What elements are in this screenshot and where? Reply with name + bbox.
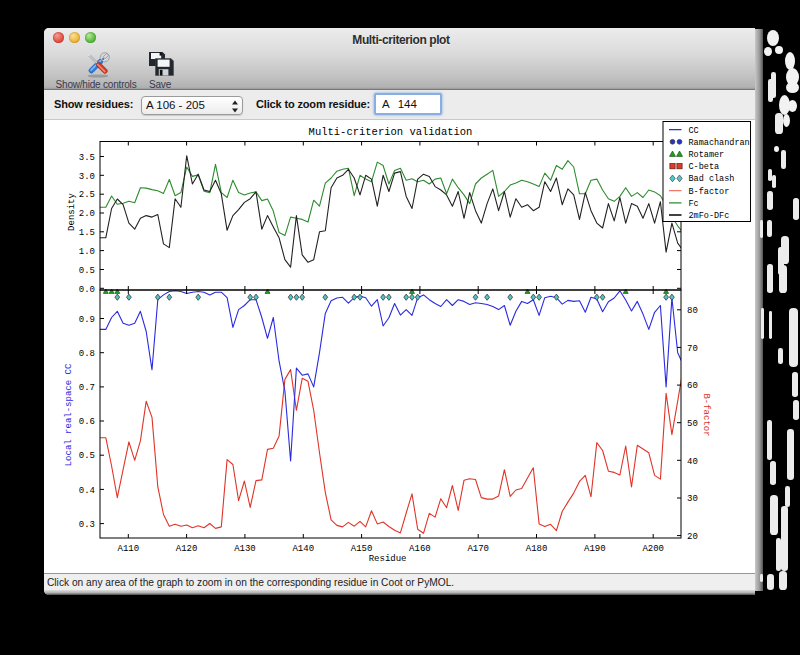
svg-text:0.0: 0.0 xyxy=(79,285,95,295)
svg-text:80: 80 xyxy=(687,306,698,316)
svg-text:0.5: 0.5 xyxy=(79,451,95,461)
svg-text:Multi-criterion validation: Multi-criterion validation xyxy=(309,126,473,138)
svg-text:A190: A190 xyxy=(584,544,606,554)
svg-text:A130: A130 xyxy=(234,544,256,554)
svg-text:B-factor: B-factor xyxy=(701,393,711,436)
svg-text:A180: A180 xyxy=(526,544,548,554)
svg-text:A110: A110 xyxy=(117,544,139,554)
svg-text:1.0: 1.0 xyxy=(79,247,95,257)
svg-text:0.9: 0.9 xyxy=(79,315,95,325)
svg-text:Ramachandran: Ramachandran xyxy=(689,138,750,148)
svg-text:60: 60 xyxy=(687,381,698,391)
svg-text:0.6: 0.6 xyxy=(79,417,95,427)
svg-text:30: 30 xyxy=(687,494,698,504)
svg-text:Rotamer: Rotamer xyxy=(689,150,725,160)
svg-text:B-factor: B-factor xyxy=(689,187,730,197)
svg-text:50: 50 xyxy=(687,419,698,429)
svg-text:70: 70 xyxy=(687,344,698,354)
svg-text:0.3: 0.3 xyxy=(79,520,95,530)
svg-text:0.4: 0.4 xyxy=(79,486,95,496)
svg-text:Fc: Fc xyxy=(689,199,699,209)
svg-text:2.0: 2.0 xyxy=(79,209,95,219)
svg-text:3.5: 3.5 xyxy=(79,153,95,163)
svg-text:Density: Density xyxy=(67,193,77,231)
svg-text:A120: A120 xyxy=(176,544,198,554)
svg-text:2mFo-DFc: 2mFo-DFc xyxy=(689,211,730,221)
svg-text:40: 40 xyxy=(687,457,698,467)
svg-text:CC: CC xyxy=(689,126,699,136)
svg-text:Local real-space CC: Local real-space CC xyxy=(64,363,74,466)
svg-text:A160: A160 xyxy=(409,544,431,554)
svg-text:0.7: 0.7 xyxy=(79,383,95,393)
svg-text:20: 20 xyxy=(687,532,698,542)
svg-text:1.5: 1.5 xyxy=(79,228,95,238)
svg-text:A170: A170 xyxy=(467,544,489,554)
svg-text:A150: A150 xyxy=(351,544,373,554)
svg-text:Residue: Residue xyxy=(369,554,407,564)
svg-text:2.5: 2.5 xyxy=(79,190,95,200)
svg-text:Bad clash: Bad clash xyxy=(689,174,735,184)
svg-text:A140: A140 xyxy=(292,544,314,554)
svg-text:0.8: 0.8 xyxy=(79,349,95,359)
svg-text:3.0: 3.0 xyxy=(79,172,95,182)
svg-text:0.5: 0.5 xyxy=(79,266,95,276)
svg-text:A200: A200 xyxy=(642,544,664,554)
svg-text:C-beta: C-beta xyxy=(689,162,720,172)
